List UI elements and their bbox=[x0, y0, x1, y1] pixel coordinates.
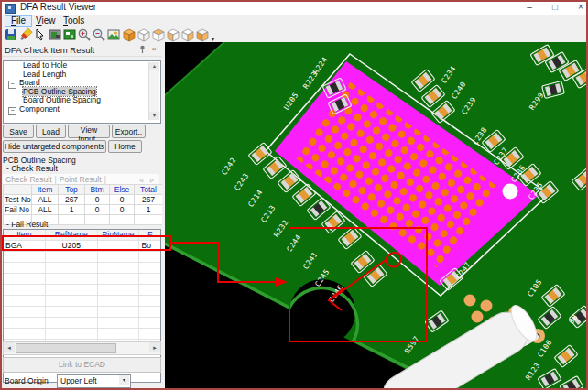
snapshot-icon[interactable] bbox=[106, 27, 121, 42]
chevron-down-icon: ▾ bbox=[119, 375, 129, 385]
scroll-up-icon[interactable]: ▴ bbox=[149, 62, 159, 70]
check-table-row-test[interactable]: Test NoALL26700267 bbox=[4, 195, 163, 205]
fail-table-empty-row bbox=[4, 263, 160, 274]
tree-scrollbar[interactable]: ▴ ▾ bbox=[148, 62, 159, 120]
maximize-button[interactable]: □ bbox=[544, 0, 566, 14]
panel-title: DFA Check Item Result bbox=[5, 45, 94, 55]
menu-file[interactable]: File bbox=[5, 15, 32, 27]
menu-bar: FileViewTools bbox=[0, 15, 588, 27]
scroll-down-icon[interactable]: ▾ bbox=[149, 112, 159, 120]
minimize-button[interactable]: – bbox=[518, 0, 540, 14]
check-table-header: Item Top Btm Else Total bbox=[4, 185, 163, 195]
cube-right-icon[interactable] bbox=[180, 27, 195, 42]
fail-table-empty-row bbox=[4, 274, 160, 285]
scroll-left-icon[interactable]: ◂ bbox=[4, 342, 15, 352]
cube-empty-icon[interactable] bbox=[136, 27, 151, 42]
board-origin-select[interactable]: Upper Left ▾ bbox=[57, 374, 131, 388]
fail-table-row-bga-u205[interactable]: BGA U205 Bo bbox=[4, 241, 160, 252]
export-button[interactable]: Export.. bbox=[112, 125, 146, 138]
check-item-tree: Lead to Hole Lead Length −Board PCB Outl… bbox=[3, 60, 161, 124]
scroll-right-icon[interactable]: ▸ bbox=[149, 342, 160, 352]
cube-solid-icon[interactable] bbox=[122, 27, 136, 42]
hscroll-thumb[interactable] bbox=[16, 343, 116, 353]
fail-table-hscrollbar[interactable]: ◂ ▸ bbox=[3, 341, 161, 355]
board-origin-label: Board Origin bbox=[5, 376, 49, 385]
cursor-icon[interactable] bbox=[33, 27, 48, 42]
fail-table-empty-row bbox=[4, 318, 160, 329]
save-icon[interactable] bbox=[4, 27, 18, 42]
panel-close-icon[interactable]: × bbox=[149, 45, 158, 54]
tab-check-result[interactable]: Check Result bbox=[3, 175, 52, 184]
cube-bottom-icon[interactable] bbox=[195, 27, 210, 42]
view-button-row: Hide untargeted components Home bbox=[3, 140, 159, 153]
bga-pin1-marker bbox=[503, 184, 518, 200]
board-green-icon[interactable] bbox=[62, 27, 77, 42]
title-bar[interactable]: DFA Result Viewer – □ × bbox=[0, 0, 588, 16]
fail-table-empty-row bbox=[4, 329, 160, 340]
menu-view[interactable]: View bbox=[30, 15, 61, 27]
dfa-result-viewer-window: DFA Result Viewer – □ × FileViewTools ▾ … bbox=[0, 0, 588, 390]
collapse-icon[interactable]: − bbox=[8, 107, 16, 115]
tab-point-result[interactable]: Point Result bbox=[60, 175, 102, 184]
dfa-check-item-result-panel: DFA Check Item Result × Lead to Hole Lea… bbox=[0, 42, 162, 390]
app-icon bbox=[5, 4, 16, 14]
board-view-icon[interactable] bbox=[48, 27, 62, 42]
close-button[interactable]: × bbox=[570, 0, 588, 14]
home-button[interactable]: Home bbox=[108, 140, 142, 153]
load-button[interactable]: Load bbox=[36, 125, 66, 138]
tree-item-component[interactable]: −Component bbox=[4, 105, 160, 114]
menu-tools[interactable]: Tools bbox=[58, 15, 90, 27]
window-title: DFA Result Viewer bbox=[20, 2, 96, 12]
cube-top-icon[interactable] bbox=[151, 27, 166, 42]
paint-brush-icon[interactable] bbox=[18, 27, 33, 42]
fail-table-empty-row bbox=[4, 285, 160, 296]
hide-untargeted-button[interactable]: Hide untargeted components bbox=[3, 140, 106, 153]
zoom-in-icon[interactable] bbox=[77, 27, 92, 42]
panel-header[interactable]: DFA Check Item Result × bbox=[0, 42, 162, 57]
save-button[interactable]: Save bbox=[3, 125, 34, 138]
zoom-out-icon[interactable] bbox=[92, 27, 106, 42]
toolbar-overflow-icon[interactable]: ▾ bbox=[212, 36, 214, 42]
collapse-icon[interactable]: − bbox=[8, 81, 16, 89]
fail-table-header: Item RefName PinName F bbox=[4, 230, 160, 241]
cube-left-icon[interactable] bbox=[166, 27, 180, 42]
view-input-button[interactable]: View Input.. bbox=[68, 125, 110, 138]
pcb-3d-viewport[interactable]: R224R223U205C242C243C214C213R232C244C241… bbox=[165, 42, 588, 390]
pin-icon[interactable] bbox=[137, 45, 147, 54]
action-button-row: Save Load View Input.. Export.. bbox=[3, 125, 159, 138]
board-origin-row: Board Origin Upper Left ▾ bbox=[3, 374, 159, 387]
fail-table-empty-row bbox=[4, 307, 160, 318]
fail-table-empty-row bbox=[4, 296, 160, 307]
fail-table-empty-row bbox=[4, 252, 160, 263]
fail-result-label: - Fail Result bbox=[6, 220, 163, 229]
link-to-ecad-button[interactable]: Link to ECAD bbox=[3, 357, 161, 373]
check-table-row-fail[interactable]: Fail NoALL1001 bbox=[4, 205, 163, 215]
check-result-label: - Check Result bbox=[6, 164, 163, 173]
toolbar: ▾ bbox=[0, 27, 588, 43]
